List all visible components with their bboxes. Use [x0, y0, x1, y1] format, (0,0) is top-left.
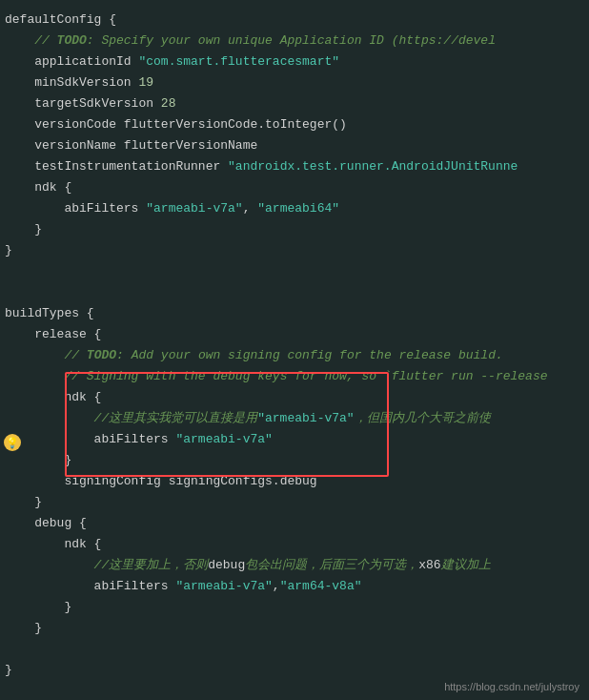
- code-line: // TODO: Specify your own unique Applica…: [0, 31, 589, 51]
- code-line: release {: [0, 324, 589, 345]
- code-line: ndk {: [0, 534, 589, 555]
- line-content: abiFilters "armeabi-v7a": [0, 430, 589, 449]
- code-line: }: [0, 660, 589, 681]
- line-content: [0, 283, 589, 302]
- token: "armeabi-v7a": [175, 579, 272, 593]
- token: }: [5, 453, 71, 467]
- token: : Specify your: [87, 33, 198, 48]
- line-content: testInstrumentationRunner "androidx.test…: [0, 157, 589, 176]
- line-content: }: [0, 451, 589, 470]
- line-content: }: [0, 493, 589, 512]
- token: Application: [280, 33, 362, 48]
- token: ndk {: [5, 390, 101, 404]
- token: // Signing with the debug keys for now, …: [5, 369, 548, 383]
- line-content: }: [0, 241, 589, 260]
- code-lines: defaultConfig { // TODO: Specify your ow…: [0, 10, 589, 681]
- code-line: versionName flutterVersionName: [0, 135, 589, 156]
- token: abiFilters: [5, 432, 175, 446]
- code-line: ndk {: [0, 387, 589, 408]
- line-content: defaultConfig {: [0, 10, 589, 30]
- watermark: https://blog.csdn.net/julystroy: [444, 681, 579, 692]
- token: : Add your: [116, 348, 198, 362]
- line-content: //这里要加上，否则debug包会出问题，后面三个为可选，x86建议加上: [0, 556, 589, 575]
- code-line: }: [0, 618, 589, 639]
- token: abiFilters: [5, 579, 175, 593]
- token: debug: [208, 558, 245, 572]
- line-content: applicationId "com.smart.flutteracesmart…: [0, 52, 589, 72]
- code-line: }: [0, 219, 589, 240]
- line-content: }: [0, 619, 589, 638]
- token: "armeabi64": [257, 201, 339, 216]
- token: "armeabi-v7a": [146, 201, 242, 216]
- code-line: minSdkVersion 19: [0, 72, 589, 93]
- token: ,: [273, 579, 280, 593]
- line-content: versionCode flutterVersionCode.toInteger…: [0, 115, 589, 134]
- token: debug {: [5, 516, 87, 530]
- token: flutterVersionName: [124, 138, 257, 153]
- token: testInstrumentationRunner: [5, 159, 228, 174]
- line-content: }: [0, 220, 589, 239]
- token: own: [198, 348, 220, 362]
- line-content: [0, 262, 589, 281]
- token: flutterVersionCode: [124, 117, 257, 132]
- code-line: //这里要加上，否则debug包会出问题，后面三个为可选，x86建议加上: [0, 555, 589, 576]
- code-line: defaultConfig {: [0, 10, 589, 31]
- code-line: }: [0, 597, 589, 618]
- token: 包会出问题，后面三个为可选，: [245, 558, 418, 572]
- line-content: ndk {: [0, 535, 589, 554]
- token: signing config for the release build.: [220, 348, 502, 362]
- token: targetSdkVersion: [5, 96, 161, 111]
- line-content: // TODO: Add your own signing config for…: [0, 346, 589, 365]
- token: ，但国内几个大哥之前使: [355, 411, 491, 425]
- bulb-icon[interactable]: 💡: [4, 434, 21, 451]
- token: versionCode: [5, 117, 124, 132]
- code-line: // TODO: Add your own signing config for…: [0, 345, 589, 366]
- token: "androidx.test.runner.AndroidJUnitRunne: [228, 159, 518, 174]
- code-line: targetSdkVersion 28: [0, 93, 589, 114]
- token: release {: [5, 327, 101, 341]
- token: abiFilters: [5, 201, 146, 216]
- token: versionName: [5, 138, 124, 153]
- line-content: abiFilters "armeabi-v7a", "armeabi64": [0, 199, 589, 218]
- token: //这里其实我觉可以直接是用: [5, 411, 257, 425]
- token: x86: [418, 558, 440, 572]
- token: "com.smart.flutteracesmart": [138, 54, 339, 69]
- code-line: abiFilters "armeabi-v7a": [0, 429, 589, 450]
- line-content: abiFilters "armeabi-v7a","arm64-v8a": [0, 577, 589, 596]
- line-content: [0, 640, 589, 659]
- token: }: [5, 621, 42, 635]
- code-line: //这里其实我觉可以直接是用"armeabi-v7a"，但国内几个大哥之前使: [0, 408, 589, 429]
- token: //: [5, 33, 57, 48]
- token: }: [5, 663, 12, 677]
- token: 28: [161, 96, 176, 111]
- token: ID (https://devel: [362, 33, 496, 48]
- code-line: applicationId "com.smart.flutteracesmart…: [0, 51, 589, 72]
- token: buildTypes {: [5, 306, 94, 320]
- token: minSdkVersion: [5, 75, 138, 90]
- line-content: minSdkVersion 19: [0, 73, 589, 93]
- token: own: [198, 33, 220, 48]
- code-line: buildTypes {: [0, 303, 589, 324]
- code-line: [0, 639, 589, 660]
- token: //这里要加上，否则: [5, 558, 208, 572]
- code-line: signingConfig signingConfigs.debug: [0, 471, 589, 492]
- token: //: [5, 348, 87, 362]
- token: }: [5, 600, 71, 614]
- token: ndk {: [5, 537, 101, 551]
- code-line: versionCode flutterVersionCode.toInteger…: [0, 114, 589, 135]
- line-content: //这里其实我觉可以直接是用"armeabi-v7a"，但国内几个大哥之前使: [0, 409, 589, 428]
- code-line: ndk {: [0, 177, 589, 198]
- line-content: versionName flutterVersionName: [0, 136, 589, 155]
- token: ,: [243, 201, 258, 216]
- line-content: signingConfig signingConfigs.debug: [0, 472, 589, 491]
- code-line: abiFilters "armeabi-v7a","arm64-v8a": [0, 576, 589, 597]
- token: "armeabi-v7a": [257, 411, 354, 425]
- line-content: // TODO: Specify your own unique Applica…: [0, 31, 589, 51]
- code-editor: defaultConfig { // TODO: Specify your ow…: [0, 0, 589, 700]
- line-content: ndk {: [0, 388, 589, 407]
- token: 19: [138, 75, 153, 90]
- code-line: }: [0, 240, 589, 261]
- token: "armeabi-v7a": [175, 432, 272, 446]
- line-content: release {: [0, 325, 589, 344]
- line-content: debug {: [0, 514, 589, 533]
